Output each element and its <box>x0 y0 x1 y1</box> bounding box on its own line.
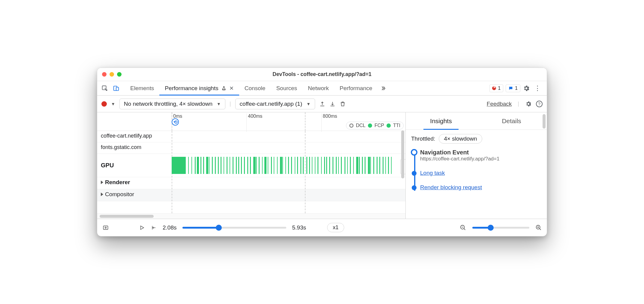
expand-triangle-icon <box>101 181 103 184</box>
tab-console[interactable]: Console <box>239 81 271 95</box>
export-icon[interactable] <box>319 101 325 107</box>
status-area: ✕ 1 1 ⋮ <box>489 84 544 92</box>
playback-end-time: 5.93s <box>292 224 306 231</box>
event-long-task[interactable]: Long task <box>420 170 541 176</box>
side-tab-details[interactable]: Details <box>476 112 547 129</box>
event-node-icon <box>412 171 417 176</box>
network-origin-row[interactable]: coffee-cart.netlify.app <box>97 131 405 142</box>
throttle-select[interactable]: No network throttling, 4× slowdown ▼ <box>119 99 225 109</box>
tab-sources[interactable]: Sources <box>271 81 302 95</box>
insights-event-list: Navigation Event https://coffee-cart.net… <box>411 149 541 191</box>
network-origin-row[interactable]: fonts.gstatic.com <box>97 142 405 154</box>
feedback-link[interactable]: Feedback <box>487 101 512 107</box>
skip-back-icon[interactable] <box>151 225 157 230</box>
throttle-chip[interactable]: 4× slowdown <box>439 134 482 144</box>
expand-triangle-icon <box>101 193 103 196</box>
side-tabs: Insights Details <box>406 112 547 130</box>
zoom-in-icon[interactable] <box>535 224 542 231</box>
settings-icon[interactable] <box>523 85 530 92</box>
playback-start-time: 2.08s <box>163 224 176 231</box>
beaker-icon <box>221 86 226 91</box>
side-scrollbar[interactable] <box>543 114 546 129</box>
side-tab-insights[interactable]: Insights <box>406 112 476 129</box>
playback-footer: 2.08s 5.93s x1 <box>97 219 547 236</box>
svg-rect-2 <box>116 87 119 90</box>
record-options-caret-icon[interactable]: ▼ <box>111 102 115 106</box>
navigation-marker-icon[interactable]: ⟲ <box>172 118 179 126</box>
main-split: 0ms 400ms 800ms ⟲ DCL FCP TTI <box>97 112 547 219</box>
tti-marker-icon <box>387 123 391 128</box>
screenshot-toggle-icon[interactable] <box>102 225 109 231</box>
dcl-marker-icon <box>349 123 354 128</box>
close-tab-icon[interactable]: ✕ <box>229 85 234 92</box>
error-dot-icon: ✕ <box>492 86 496 90</box>
kebab-menu-icon[interactable]: ⋮ <box>532 84 543 92</box>
horizontal-scrollbar[interactable] <box>97 213 405 219</box>
long-task-link[interactable]: Long task <box>420 170 445 176</box>
gpu-lane <box>172 154 405 177</box>
render-blocking-link[interactable]: Render blocking request <box>420 184 482 190</box>
zoom-out-icon[interactable] <box>460 224 466 231</box>
help-icon[interactable]: ? <box>536 101 543 107</box>
chevron-down-icon: ▼ <box>306 102 311 106</box>
fcp-marker-icon <box>368 123 372 128</box>
svg-point-4 <box>105 227 106 228</box>
event-node-icon <box>411 149 417 156</box>
playback-slider[interactable] <box>182 227 286 229</box>
event-render-blocking[interactable]: Render blocking request <box>420 184 541 191</box>
device-toolbar-icon[interactable] <box>111 83 121 93</box>
tab-elements[interactable]: Elements <box>125 81 159 95</box>
insights-toolbar: ▼ No network throttling, 4× slowdown ▼ |… <box>97 96 547 112</box>
import-icon[interactable] <box>330 101 336 107</box>
trash-icon[interactable] <box>340 101 346 107</box>
inspect-element-icon[interactable] <box>100 83 110 93</box>
recording-select[interactable]: coffee-cart.netlify.app (1) ▼ <box>235 99 315 109</box>
more-tabs-button[interactable] <box>378 81 389 95</box>
panel-tabstrip: Elements Performance insights ✕ Console … <box>97 81 547 96</box>
gpu-row[interactable]: GPU <box>97 154 405 177</box>
timeline-rows: coffee-cart.netlify.app fonts.gstatic.co… <box>97 131 405 213</box>
panel-tabs: Elements Performance insights ✕ Console … <box>125 81 488 95</box>
tab-performance[interactable]: Performance <box>334 81 378 95</box>
time-ruler: 0ms 400ms 800ms ⟲ DCL FCP TTI <box>97 112 405 131</box>
play-icon[interactable] <box>139 225 145 230</box>
playback-speed-chip[interactable]: x1 <box>327 223 344 232</box>
svg-rect-3 <box>104 226 108 230</box>
throttle-summary: Throttled: 4× slowdown <box>411 134 541 144</box>
chevron-down-icon: ▼ <box>217 102 221 106</box>
compositor-section[interactable]: Compositor <box>97 189 405 201</box>
messages-badge[interactable]: 1 <box>506 84 520 92</box>
message-icon <box>508 86 513 91</box>
vertical-scrollbar[interactable] <box>401 130 404 178</box>
insights-body[interactable]: Throttled: 4× slowdown Navigation Event … <box>406 130 547 219</box>
web-vitals-markers[interactable]: DCL FCP TTI <box>346 122 404 129</box>
window-title: DevTools - coffee-cart.netlify.app/?ad=1 <box>97 71 547 78</box>
timeline-pane[interactable]: 0ms 400ms 800ms ⟲ DCL FCP TTI <box>97 112 406 219</box>
side-panel: Insights Details Throttled: 4× slowdown … <box>406 112 547 219</box>
titlebar: DevTools - coffee-cart.netlify.app/?ad=1 <box>97 68 547 81</box>
tab-network[interactable]: Network <box>302 81 334 95</box>
devtools-window: DevTools - coffee-cart.netlify.app/?ad=1… <box>97 68 547 236</box>
zoom-slider[interactable] <box>472 227 529 229</box>
errors-badge[interactable]: ✕ 1 <box>489 84 503 92</box>
panel-settings-icon[interactable] <box>525 101 532 107</box>
event-navigation[interactable]: Navigation Event https://coffee-cart.net… <box>420 149 541 162</box>
record-button[interactable] <box>101 101 107 107</box>
event-node-icon <box>412 185 417 190</box>
tab-performance-insights[interactable]: Performance insights ✕ <box>159 81 239 95</box>
renderer-section[interactable]: Renderer <box>97 177 405 189</box>
